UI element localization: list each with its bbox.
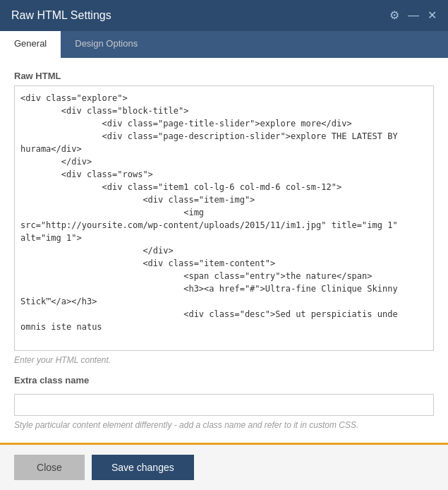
header-actions: ⚙ — ✕ bbox=[389, 10, 437, 21]
modal-title: Raw HTML Settings bbox=[11, 9, 111, 22]
modal-footer: Close Save changes bbox=[0, 443, 448, 490]
extra-class-input[interactable] bbox=[14, 394, 434, 416]
modal-header: Raw HTML Settings ⚙ — ✕ bbox=[0, 0, 448, 31]
extra-class-section: Extra class name Style particular conten… bbox=[14, 375, 434, 430]
tab-general[interactable]: General bbox=[0, 31, 61, 58]
save-button[interactable]: Save changes bbox=[92, 455, 194, 480]
extra-class-label: Extra class name bbox=[14, 375, 434, 386]
modal-body: Raw HTML Enter your HTML content. Extra … bbox=[0, 58, 448, 443]
html-textarea[interactable] bbox=[15, 86, 433, 350]
modal-window: Raw HTML Settings ⚙ — ✕ General Design O… bbox=[0, 0, 448, 490]
close-button[interactable]: Close bbox=[14, 455, 85, 480]
tab-bar: General Design Options bbox=[0, 31, 448, 58]
minimize-icon[interactable]: — bbox=[408, 10, 419, 21]
raw-html-label: Raw HTML bbox=[14, 71, 434, 81]
gear-icon[interactable]: ⚙ bbox=[389, 10, 399, 21]
tab-design-options[interactable]: Design Options bbox=[61, 31, 152, 58]
close-icon[interactable]: ✕ bbox=[428, 10, 437, 21]
html-editor-wrapper bbox=[14, 85, 434, 351]
extra-class-hint: Style particular content element differe… bbox=[14, 420, 434, 430]
html-hint: Enter your HTML content. bbox=[14, 355, 434, 365]
